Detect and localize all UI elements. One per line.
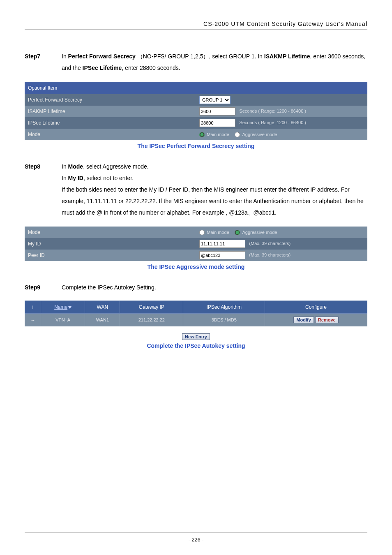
caption-aggressive: The IPSec Aggressive mode setting — [25, 264, 367, 270]
pfs-section-header: Optional Item — [25, 82, 367, 94]
peerid-label: Peer ID — [25, 250, 196, 261]
t: （NO-PFS/ GROUP 1,2,5）, select GROUP 1. I… — [136, 53, 264, 60]
page-header: CS-2000 UTM Content Security Gateway Use… — [25, 21, 367, 30]
modify-button[interactable]: Modify — [293, 317, 314, 323]
t: , enter 28800 seconds. — [122, 65, 180, 71]
step7-label: Step7 — [25, 51, 62, 74]
ipsec-lifetime-row: IPSec Lifetime Seconds ( Range: 1200 - 8… — [25, 117, 367, 129]
main-mode-radio-1[interactable] — [199, 132, 205, 137]
cell-wan: WAN1 — [85, 314, 120, 326]
isakmp-hint: Seconds ( Range: 1200 - 86400 ) — [239, 109, 306, 113]
step8-label: Step8 — [25, 161, 62, 218]
pfs-row: Perfect Forward Secrecy GROUP 1 — [25, 94, 367, 106]
cell-name: VPN_A — [41, 314, 85, 326]
t: IPSec Lifetime — [83, 65, 122, 71]
t: In — [62, 53, 68, 60]
step8-row: Step8 In Mode, select Aggressive mode. I… — [25, 161, 367, 218]
new-entry-wrap: New Entry — [25, 333, 367, 340]
t: In — [62, 163, 68, 170]
main-mode-text-1: Main mode — [207, 132, 229, 137]
col-configure: Configure — [265, 301, 367, 314]
myid-row: My ID (Max. 39 characters) — [25, 238, 367, 250]
isakmp-input[interactable] — [199, 107, 235, 116]
col-i[interactable]: i — [25, 301, 41, 314]
t: Mode — [68, 163, 83, 170]
cell-algorithm: 3DES / MD5 — [183, 314, 265, 326]
step8-body: In Mode, select Aggressive mode. In My I… — [62, 161, 367, 218]
peerid-hint: (Max. 39 characters) — [249, 252, 291, 257]
page-number: - 226 - — [188, 536, 204, 543]
new-entry-button[interactable]: New Entry — [182, 333, 210, 340]
step8-paragraph: If the both sides need to enter the My I… — [62, 184, 367, 218]
t: , select Aggressive mode. — [83, 163, 149, 170]
cell-gateway: 211.22.22.22 — [120, 314, 183, 326]
step7-row: Step7 In Perfect Forward Secrecy （NO-PFS… — [25, 51, 367, 74]
cell-configure: Modify Remove — [265, 314, 367, 326]
col-gateway: Gateway IP — [120, 301, 183, 314]
pfs-table: Optional Item Perfect Forward Secrecy GR… — [25, 82, 367, 140]
aggressive-table: Mode Main mode Aggressive mode My ID (Ma… — [25, 227, 367, 261]
mode-label-1: Mode — [25, 129, 196, 140]
aggressive-mode-radio-1[interactable] — [235, 132, 240, 137]
summary-table: i Name WAN Gateway IP IPSec Algorithm Co… — [25, 301, 367, 326]
step7-body: In Perfect Forward Secrecy （NO-PFS/ GROU… — [62, 51, 367, 74]
col-wan: WAN — [85, 301, 120, 314]
summary-data-row: -- VPN_A WAN1 211.22.22.22 3DES / MD5 Mo… — [25, 314, 367, 326]
ipsec-lifetime-hint: Seconds ( Range: 1200 - 86400 ) — [239, 120, 306, 125]
peerid-row: Peer ID (Max. 39 characters) — [25, 250, 367, 261]
step9-label: Step9 — [25, 282, 62, 293]
col-name-link[interactable]: Name — [54, 304, 71, 310]
main-mode-radio-2[interactable] — [199, 230, 205, 235]
cell-i: -- — [25, 314, 41, 326]
main-mode-text-2: Main mode — [207, 230, 229, 235]
ipsec-lifetime-input[interactable] — [199, 119, 235, 127]
col-name[interactable]: Name — [41, 301, 85, 314]
step9-row: Step9 Complete the IPSec Autokey Setting… — [25, 282, 367, 293]
page-footer: - 226 - — [25, 532, 367, 543]
t: , select not to enter. — [83, 175, 134, 181]
t: ISAKMP Lifetime — [264, 53, 310, 60]
caption-pfs: The IPSec Perfect Forward Secrecy settin… — [25, 143, 367, 149]
caption-autokey: Complete the IPSec Autokey setting — [25, 342, 367, 349]
step9-body: Complete the IPSec Autokey Setting. — [62, 282, 367, 293]
peerid-input[interactable] — [199, 251, 245, 259]
pfs-section-title: Optional Item — [25, 82, 367, 94]
summary-wrap: i Name WAN Gateway IP IPSec Algorithm Co… — [25, 301, 367, 326]
remove-button[interactable]: Remove — [315, 317, 339, 323]
t: My ID — [68, 175, 83, 181]
myid-input[interactable] — [199, 240, 245, 248]
isakmp-row: ISAKMP Lifetime Seconds ( Range: 1200 - … — [25, 106, 367, 117]
myid-label: My ID — [25, 238, 196, 250]
col-algorithm: IPSec Algorithm — [183, 301, 265, 314]
aggressive-mode-text-2: Aggressive mode — [242, 230, 277, 235]
summary-header-row: i Name WAN Gateway IP IPSec Algorithm Co… — [25, 301, 367, 314]
t: In — [62, 175, 68, 181]
t: Perfect Forward Secrecy — [68, 53, 136, 60]
ipsec-lifetime-label: IPSec Lifetime — [25, 117, 196, 129]
isakmp-label: ISAKMP Lifetime — [25, 106, 196, 117]
myid-hint: (Max. 39 characters) — [249, 241, 291, 246]
pfs-select[interactable]: GROUP 1 — [199, 96, 231, 104]
aggressive-mode-radio-2[interactable] — [235, 230, 240, 235]
aggressive-mode-text-1: Aggressive mode — [242, 132, 277, 137]
mode-row-1: Mode Main mode Aggressive mode — [25, 129, 367, 140]
mode-label-2: Mode — [25, 227, 196, 238]
mode-row-2: Mode Main mode Aggressive mode — [25, 227, 367, 238]
pfs-label: Perfect Forward Secrecy — [25, 94, 196, 106]
